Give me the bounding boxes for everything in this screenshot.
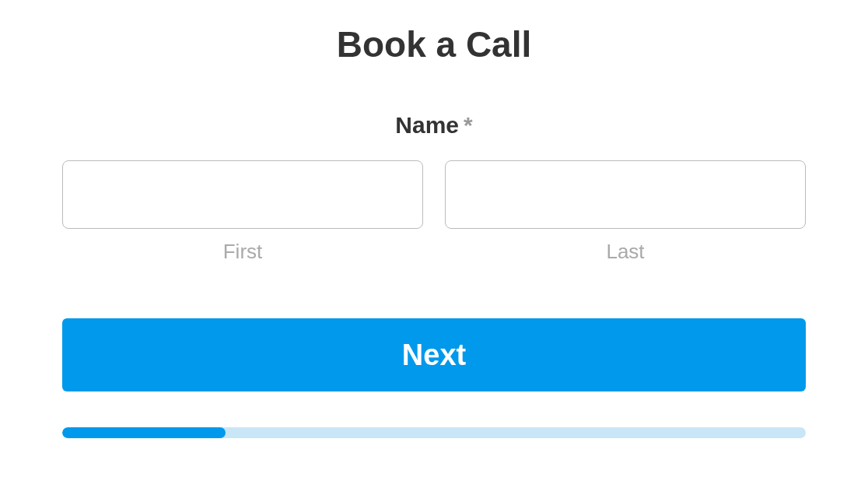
name-input-row: First Last: [62, 160, 806, 264]
last-name-column: Last: [445, 160, 806, 264]
next-button-label: Next: [402, 339, 466, 371]
last-name-input[interactable]: [445, 160, 806, 229]
form-container: Book a Call Name * First Last Next: [0, 0, 868, 438]
name-label-row: Name *: [395, 112, 472, 139]
first-name-sublabel: First: [223, 240, 263, 264]
required-asterisk: *: [464, 112, 473, 139]
name-label: Name: [395, 112, 459, 139]
last-name-sublabel: Last: [606, 240, 644, 264]
progress-fill: [62, 427, 226, 438]
first-name-column: First: [62, 160, 423, 264]
page-title: Book a Call: [337, 23, 532, 65]
first-name-input[interactable]: [62, 160, 423, 229]
progress-bar: [62, 427, 806, 438]
next-button[interactable]: Next: [62, 318, 806, 391]
